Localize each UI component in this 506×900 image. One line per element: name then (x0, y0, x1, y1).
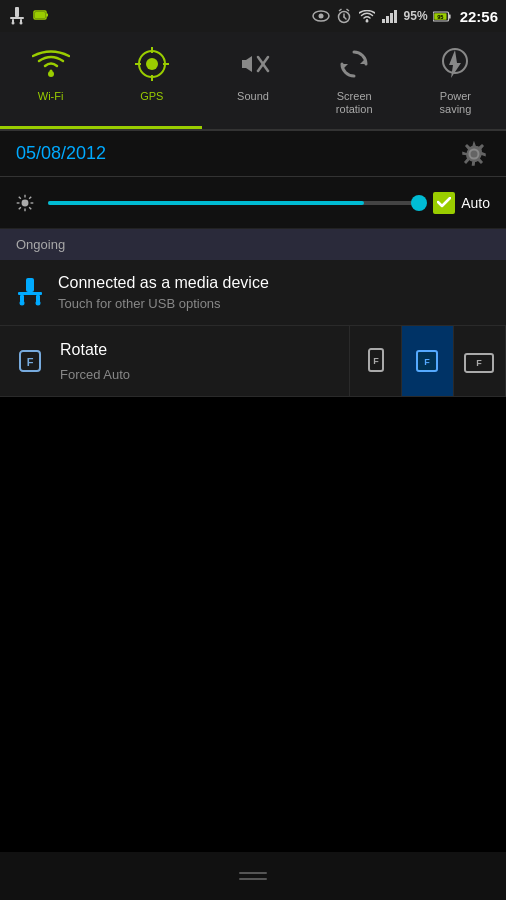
battery-percent: 95% (404, 9, 428, 23)
svg-text:95: 95 (437, 14, 444, 20)
alarm-icon (335, 7, 353, 25)
date-row: 05/08/2012 (0, 131, 506, 177)
svg-point-52 (36, 301, 41, 306)
screen-rotation-qs-icon (334, 44, 374, 84)
rotate-notif-content: Rotate Forced Auto (44, 327, 349, 396)
qs-screen-rotation-label: Screen rotation (336, 90, 373, 116)
svg-line-14 (344, 17, 346, 19)
qs-screen-rotation[interactable]: Screen rotation (304, 32, 405, 129)
svg-point-11 (318, 14, 323, 19)
status-time: 22:56 (460, 8, 498, 25)
brightness-icon (16, 194, 34, 212)
svg-text:F: F (476, 358, 482, 368)
ongoing-section-header: Ongoing (0, 229, 506, 260)
usb-notification[interactable]: Connected as a media device Touch for ot… (0, 260, 506, 326)
svg-point-26 (48, 71, 54, 77)
svg-line-15 (339, 9, 342, 11)
svg-line-16 (346, 9, 349, 11)
svg-marker-36 (342, 64, 348, 70)
svg-line-44 (29, 207, 31, 209)
rotate-notif-icon: F (16, 347, 44, 375)
power-saving-qs-icon (435, 44, 475, 84)
qs-wifi[interactable]: Wi-Fi (0, 32, 101, 129)
qs-sound[interactable]: Sound (202, 32, 303, 129)
wifi-status-icon (358, 7, 376, 25)
nav-handle (239, 872, 267, 880)
auto-label: Auto (461, 195, 490, 211)
nav-line-2 (239, 878, 267, 880)
settings-gear-button[interactable] (458, 138, 490, 170)
svg-rect-47 (26, 278, 34, 292)
svg-rect-20 (390, 13, 393, 23)
nav-bar (0, 852, 506, 900)
svg-marker-35 (360, 58, 366, 64)
qs-power-saving[interactable]: Power saving (405, 32, 506, 129)
usb-notif-subtitle: Touch for other USB options (58, 296, 490, 311)
auto-checkbox[interactable] (433, 192, 455, 214)
rotate-notif-title: Rotate (60, 341, 333, 359)
svg-point-38 (22, 199, 29, 206)
auto-brightness-check[interactable]: Auto (433, 192, 490, 214)
battery-icon: 95 (433, 7, 451, 25)
svg-rect-21 (394, 10, 397, 23)
status-bar: 95% 95 22:56 (0, 0, 506, 32)
svg-line-45 (29, 197, 31, 199)
status-bar-right: 95% 95 22:56 (312, 7, 498, 25)
svg-line-46 (19, 207, 21, 209)
svg-rect-24 (449, 14, 451, 18)
date-display: 05/08/2012 (16, 143, 106, 164)
usb-icon (8, 7, 26, 25)
usb-notif-content: Connected as a media device Touch for ot… (58, 274, 490, 311)
qs-wifi-label: Wi-Fi (38, 90, 64, 103)
quick-settings-panel: Wi-Fi GPS Sound (0, 32, 506, 131)
qs-gps-label: GPS (140, 90, 163, 103)
svg-text:F: F (373, 356, 379, 366)
svg-point-5 (20, 22, 23, 25)
svg-rect-48 (18, 292, 42, 295)
brightness-fill (48, 201, 364, 205)
svg-rect-8 (46, 14, 48, 17)
svg-rect-19 (386, 16, 389, 23)
svg-text:F: F (27, 356, 34, 368)
svg-point-4 (12, 22, 15, 25)
wifi-qs-icon (31, 44, 71, 84)
rotate-portrait-btn[interactable]: F (350, 326, 402, 396)
qs-sound-label: Sound (237, 90, 269, 103)
qs-gps[interactable]: GPS (101, 32, 202, 129)
rotate-forced-auto-btn[interactable]: F (402, 326, 454, 396)
rotate-landscape-btn[interactable]: F (454, 326, 506, 396)
svg-point-28 (146, 58, 158, 70)
rotate-notification[interactable]: F Rotate Forced Auto F F F (0, 326, 506, 397)
nav-line-1 (239, 872, 267, 874)
usb-notif-title: Connected as a media device (58, 274, 490, 292)
svg-rect-18 (382, 19, 385, 23)
sound-qs-icon (233, 44, 273, 84)
brightness-row: Auto (0, 177, 506, 229)
charging-icon (32, 7, 50, 25)
qs-power-saving-label: Power saving (440, 90, 472, 116)
usb-notif-icon (16, 278, 44, 306)
status-bar-left (8, 7, 50, 25)
brightness-thumb (411, 195, 427, 211)
svg-point-51 (20, 301, 25, 306)
svg-text:F: F (424, 357, 430, 367)
svg-line-43 (19, 197, 21, 199)
svg-point-17 (365, 19, 368, 22)
rotate-actions: F F F (349, 326, 506, 396)
ongoing-label: Ongoing (16, 237, 65, 252)
signal-bars-icon (381, 7, 399, 25)
svg-rect-6 (16, 13, 18, 18)
brightness-slider[interactable] (48, 201, 419, 205)
svg-rect-9 (35, 12, 45, 18)
eye-icon (312, 7, 330, 25)
rotate-notif-subtitle: Forced Auto (60, 367, 333, 382)
gps-qs-icon (132, 44, 172, 84)
